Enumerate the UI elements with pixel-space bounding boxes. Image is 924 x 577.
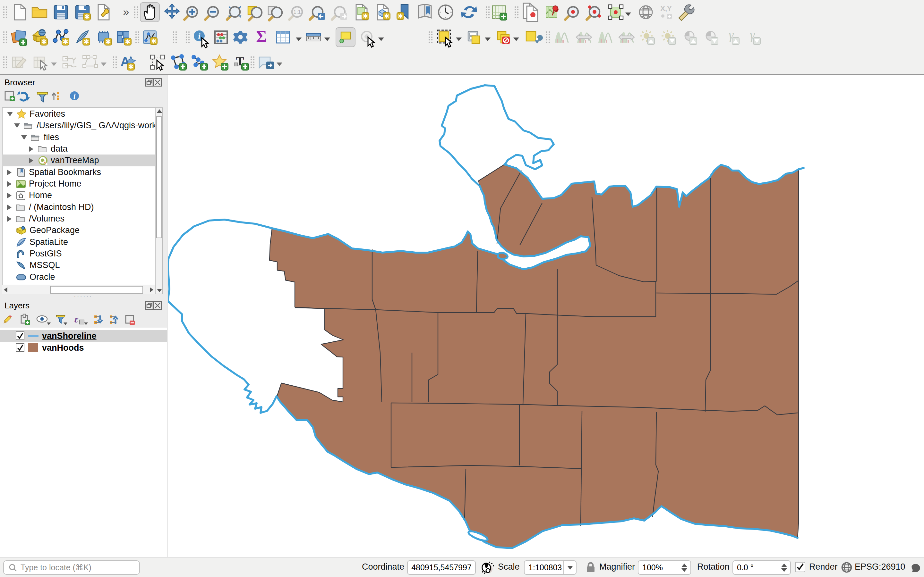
- svg-text:i: i: [198, 32, 200, 41]
- svg-text:Σ: Σ: [256, 27, 267, 46]
- svg-text:i: i: [73, 92, 76, 100]
- svg-text:X,Y: X,Y: [660, 5, 672, 13]
- svg-text:ε: ε: [74, 314, 79, 324]
- svg-text:1:1: 1:1: [293, 9, 301, 15]
- svg-text:»: »: [123, 5, 129, 18]
